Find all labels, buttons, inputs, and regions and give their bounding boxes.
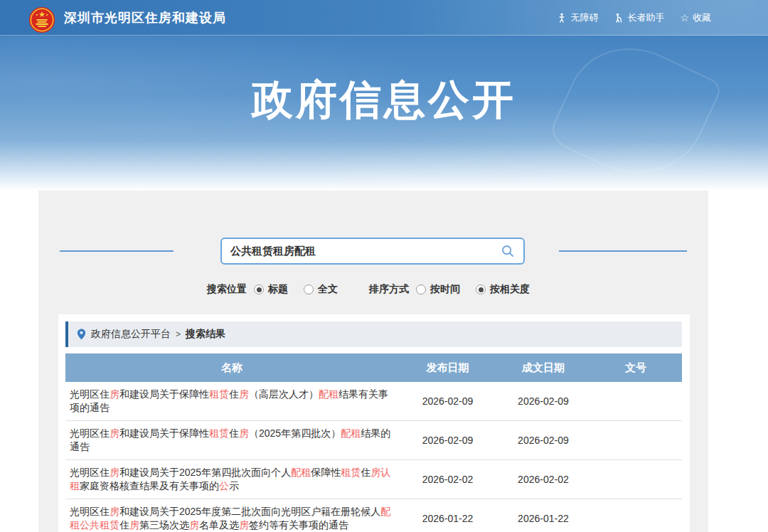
keyword-highlight: 公 <box>219 480 229 491</box>
radio-relevance-selected[interactable] <box>476 284 486 294</box>
location-pin-icon <box>77 329 86 340</box>
keyword-highlight: 房 <box>110 467 119 478</box>
favorite-link[interactable]: ☆ 收藏 <box>680 11 711 24</box>
result-name-cell: 光明区住房和建设局关于2025年度第二批次面向光明区户籍在册轮候人配租公共租赁住… <box>65 499 398 532</box>
title-text: 和建设局关于保障性 <box>119 427 209 439</box>
result-title-link[interactable]: 光明区住房和建设局关于保障性租赁住房（高层次人才）配租结果有关事项的通告 <box>70 388 388 413</box>
keyword-highlight: 房 <box>239 427 249 439</box>
site-title: 深圳市光明区住房和建设局 <box>64 9 226 26</box>
table-row: 光明区住房和建设局关于2025年度第二批次面向光明区户籍在册轮候人配租公共租赁住… <box>65 499 682 532</box>
column-header-publish-date: 发布日期 <box>398 353 497 382</box>
radio-title-selected[interactable] <box>254 284 264 294</box>
search-input[interactable] <box>230 245 499 257</box>
publish-date-cell: 2026-01-22 <box>398 499 497 532</box>
title-text: 保障性 <box>311 467 341 478</box>
title-text: （高层次人才） <box>249 388 319 400</box>
results-body: 光明区住房和建设局关于保障性租赁住房（高层次人才）配租结果有关事项的通告2026… <box>65 382 682 532</box>
radio-option-relevance[interactable]: 按相关度 <box>476 283 530 296</box>
accessibility-link[interactable]: 无障碍 <box>557 11 598 24</box>
breadcrumb: 政府信息公开平台 > 搜索结果 <box>65 321 682 347</box>
title-text: 光明区住 <box>70 506 110 517</box>
page-title: 政府信息公开 <box>0 73 768 128</box>
keyword-highlight: 房 <box>110 388 119 400</box>
search-icon <box>501 244 515 258</box>
results-table: 名称 发布日期 成文日期 文号 光明区住房和建设局关于保障性租赁住房（高层次人才… <box>65 353 682 532</box>
keyword-highlight: 配租 <box>319 388 338 400</box>
result-name-cell: 光明区住房和建设局关于保障性租赁住房（高层次人才）配租结果有关事项的通告 <box>65 382 398 421</box>
title-text: 住 <box>229 388 239 400</box>
title-text: 住 <box>119 519 129 531</box>
breadcrumb-current: 搜索结果 <box>186 328 225 341</box>
elder-assistant-link[interactable]: 长者助手 <box>614 11 664 24</box>
table-row: 光明区住房和建设局关于保障性租赁住房（高层次人才）配租结果有关事项的通告2026… <box>65 382 682 421</box>
title-text: 住 <box>361 467 370 478</box>
keyword-highlight: 房 <box>370 467 380 478</box>
written-date-cell: 2026-02-09 <box>497 382 590 421</box>
column-header-written-date: 成文日期 <box>497 353 590 382</box>
title-text: 光明区住 <box>70 467 110 478</box>
title-text: 光明区住 <box>70 388 110 400</box>
written-date-cell: 2026-02-09 <box>497 421 590 460</box>
radio-bytime-unselected[interactable] <box>416 284 426 294</box>
title-text: 名单及选 <box>199 519 239 531</box>
accessibility-icon <box>557 13 567 23</box>
title-text: 和建设局关于保障性 <box>119 388 209 400</box>
table-header-row: 名称 发布日期 成文日期 文号 <box>65 353 682 382</box>
column-header-name: 名称 <box>65 353 398 382</box>
breadcrumb-root-link[interactable]: 政府信息公开平台 <box>91 328 171 341</box>
decor-line-left <box>60 250 174 252</box>
column-header-doc-number: 文号 <box>590 353 682 382</box>
keyword-highlight: 租赁 <box>209 427 229 439</box>
radio-bytime-label: 按时间 <box>430 283 460 296</box>
radio-option-fulltext[interactable]: 全文 <box>304 283 338 296</box>
keyword-highlight: 房 <box>189 519 199 531</box>
doc-number-cell <box>590 421 682 460</box>
results-card: 政府信息公开平台 > 搜索结果 名称 发布日期 成文日期 文号 光明区住房和建设… <box>58 314 690 532</box>
table-row: 光明区住房和建设局关于2025年第四批次面向个人配租保障性租赁住房认租家庭资格核… <box>65 460 682 499</box>
decor-line-right <box>559 250 687 252</box>
title-text: 和建设局关于2025年第四批次面向个人 <box>119 467 291 478</box>
radio-option-bytime[interactable]: 按时间 <box>416 283 460 296</box>
keyword-highlight: 房 <box>239 388 249 400</box>
search-box <box>220 238 525 265</box>
result-title-link[interactable]: 光明区住房和建设局关于2025年度第二批次面向光明区户籍在册轮候人配租公共租赁住… <box>70 506 390 531</box>
keyword-highlight: 租赁 <box>341 467 361 478</box>
publish-date-cell: 2026-02-02 <box>398 460 497 499</box>
content-panel: 搜索位置 标题 全文 排序方式 按时间 按相关度 政府信息公开平台 > 搜索结 <box>38 191 708 532</box>
radio-fulltext-label: 全文 <box>318 283 338 296</box>
result-title-link[interactable]: 光明区住房和建设局关于保障性租赁住房（2025年第四批次）配租结果的通告 <box>70 427 390 452</box>
accessibility-label: 无障碍 <box>570 11 598 24</box>
title-text: 和建设局关于2025年度第二批次面向光明区户籍在册轮候人 <box>119 506 380 517</box>
keyword-highlight: 房 <box>129 519 139 531</box>
doc-number-cell <box>590 499 682 532</box>
search-button[interactable] <box>499 243 516 260</box>
site-brand[interactable]: 深圳市光明区住房和建设局 <box>28 2 226 33</box>
banner: 政府信息公开 <box>0 36 768 191</box>
radio-fulltext-unselected[interactable] <box>304 284 314 294</box>
breadcrumb-separator: > <box>176 329 181 339</box>
table-row: 光明区住房和建设局关于保障性租赁住房（2025年第四批次）配租结果的通告2026… <box>65 421 682 460</box>
keyword-highlight: 配租 <box>341 427 361 439</box>
publish-date-cell: 2026-02-09 <box>398 382 497 421</box>
radio-title-label: 标题 <box>268 283 288 296</box>
star-icon: ☆ <box>680 13 689 23</box>
elder-assistant-icon <box>614 13 624 23</box>
keyword-highlight: 房 <box>239 519 249 531</box>
radio-option-title[interactable]: 标题 <box>254 283 288 296</box>
search-section <box>38 238 708 265</box>
search-filters: 搜索位置 标题 全文 排序方式 按时间 按相关度 <box>38 283 708 296</box>
title-text: 住 <box>229 427 239 439</box>
favorite-label: 收藏 <box>693 11 711 24</box>
publish-date-cell: 2026-02-09 <box>398 421 497 460</box>
search-position-label: 搜索位置 <box>207 283 247 296</box>
result-title-link[interactable]: 光明区住房和建设局关于2025年第四批次面向个人配租保障性租赁住房认租家庭资格核… <box>70 467 390 491</box>
keyword-highlight: 房 <box>110 506 119 517</box>
keyword-highlight: 租赁 <box>209 388 229 400</box>
title-text: 第三场次选 <box>139 519 189 531</box>
national-emblem-logo <box>28 6 55 33</box>
title-text: 签约等有关事项的通告 <box>249 519 348 531</box>
written-date-cell: 2026-01-22 <box>497 499 590 532</box>
top-utility-links: 无障碍 长者助手 ☆ 收藏 <box>557 11 711 24</box>
keyword-highlight: 配租 <box>291 467 311 478</box>
result-name-cell: 光明区住房和建设局关于2025年第四批次面向个人配租保障性租赁住房认租家庭资格核… <box>65 460 398 499</box>
